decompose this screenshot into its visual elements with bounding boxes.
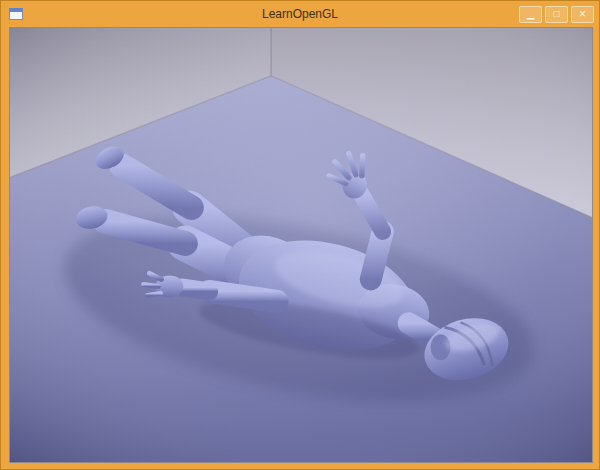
- opengl-viewport[interactable]: [9, 27, 593, 463]
- close-button[interactable]: ×: [571, 6, 594, 23]
- lighting-vignette: [10, 28, 592, 462]
- app-window: LearnOpenGL ▁ □ ×: [0, 0, 600, 470]
- scene-svg: [10, 28, 592, 462]
- app-icon[interactable]: [9, 8, 23, 20]
- titlebar[interactable]: LearnOpenGL ▁ □ ×: [1, 1, 599, 27]
- window-title: LearnOpenGL: [1, 7, 599, 21]
- window-controls: ▁ □ ×: [519, 6, 594, 23]
- minimize-button[interactable]: ▁: [519, 6, 542, 23]
- maximize-button[interactable]: □: [545, 6, 568, 23]
